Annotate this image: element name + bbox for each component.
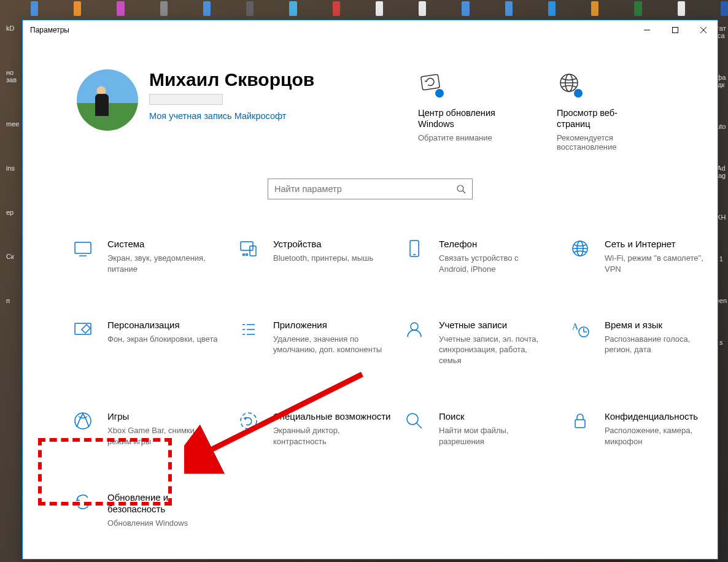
time-language-icon: A — [569, 318, 591, 341]
svg-point-14 — [243, 254, 245, 256]
privacy-icon — [569, 410, 591, 432]
devices-icon — [238, 237, 260, 260]
tile-devices[interactable]: УстройстваBluetooth, принтеры, мышь — [238, 237, 391, 274]
tile-desc: Bluetooth, принтеры, мышь — [273, 253, 373, 264]
settings-grid: СистемаЭкран, звук, уведомления, питание… — [23, 199, 718, 547]
tile-title: Специальные возможности — [273, 411, 391, 423]
ms-account-link[interactable]: Моя учетная запись Майкрософт — [149, 111, 314, 121]
tile-title: Время и язык — [605, 320, 715, 331]
svg-rect-10 — [75, 242, 91, 253]
tile-desc: Фон, экран блокировки, цвета — [107, 334, 217, 345]
accounts-icon — [403, 318, 425, 341]
tile-desc: Удаление, значения по умолчанию, доп. ко… — [273, 334, 384, 355]
search-icon — [456, 184, 466, 194]
svg-text:A: A — [572, 322, 579, 331]
user-avatar[interactable] — [77, 69, 138, 131]
header-card-update[interactable]: Центр обновления Windows Обратите вниман… — [418, 72, 510, 152]
tile-title: Учетные записи — [439, 320, 549, 331]
tile-title: Телефон — [439, 239, 549, 250]
tile-accounts[interactable]: Учетные записиУчетные записи, эл. почта,… — [403, 318, 557, 366]
tile-title: Система — [107, 239, 218, 250]
titlebar: Параметры — [23, 20, 718, 40]
desktop-top-icons — [0, 1, 728, 18]
desktop-left-icons: kD но зав mee ins ep Ск п — [6, 25, 19, 304]
header-cards: Центр обновления Windows Обратите вниман… — [418, 69, 688, 152]
window-controls — [633, 20, 718, 40]
tile-search[interactable]: ПоискНайти мои файлы, разрешения — [403, 410, 557, 447]
search-tile-icon — [403, 410, 425, 432]
header-card-browsing[interactable]: Просмотр веб-страниц Рекомендуется восст… — [557, 72, 649, 152]
tile-desc: Распознавание голоса, регион, дата — [605, 334, 715, 355]
tile-desc: Связать устройство с Android, iPhone — [439, 253, 549, 274]
settings-window: Параметры Михаил Скворцов Моя учетная за… — [22, 20, 718, 560]
tile-privacy[interactable]: КонфиденциальностьРасположение, камера, … — [569, 410, 722, 447]
tile-system[interactable]: СистемаЭкран, звук, уведомления, питание — [72, 237, 225, 274]
update-security-icon — [72, 491, 94, 513]
accessibility-icon — [238, 410, 260, 432]
user-name: Михаил Скворцов — [149, 69, 314, 90]
gaming-icon — [72, 410, 94, 432]
tile-title: Конфиденциальность — [605, 411, 715, 423]
svg-rect-1 — [673, 28, 678, 33]
tile-phone[interactable]: ТелефонСвязать устройство с Android, iPh… — [403, 237, 557, 274]
tile-title: Сеть и Интернет — [605, 239, 715, 250]
tile-gaming[interactable]: ИгрыXbox Game Bar, снимки, режим игры — [72, 410, 225, 447]
svg-point-35 — [407, 414, 418, 425]
header-card-title: Просмотр веб-страниц — [557, 107, 649, 129]
svg-point-34 — [241, 413, 257, 429]
header-card-sub: Обратите внимание — [418, 133, 510, 142]
header-card-sub: Рекомендуется восстановление — [557, 133, 649, 152]
tile-title: Поиск — [439, 411, 549, 423]
network-icon — [569, 237, 591, 260]
window-title: Параметры — [30, 26, 69, 34]
personalization-icon — [72, 318, 94, 341]
tile-desc: Экранный диктор, контрастность — [273, 425, 384, 447]
tile-title: Персонализация — [107, 320, 217, 331]
search-input[interactable] — [274, 184, 456, 194]
svg-point-28 — [411, 323, 418, 330]
tile-network[interactable]: Сеть и ИнтернетWi-Fi, режим "в самолете"… — [569, 237, 722, 274]
tile-personalization[interactable]: ПерсонализацияФон, экран блокировки, цве… — [72, 318, 225, 366]
tile-time-language[interactable]: A Время и языкРаспознавание голоса, реги… — [569, 318, 722, 366]
maximize-button[interactable] — [661, 20, 689, 40]
system-icon — [72, 237, 94, 260]
header-card-title: Центр обновления Windows — [418, 107, 510, 129]
tile-desc: Xbox Game Bar, снимки, режим игры — [107, 425, 218, 447]
tile-title: Устройства — [273, 239, 373, 250]
svg-rect-4 — [421, 74, 440, 90]
minimize-button[interactable] — [633, 20, 661, 40]
tile-desc: Учетные записи, эл. почта, синхронизация… — [439, 334, 549, 366]
phone-icon — [403, 237, 425, 260]
close-button[interactable] — [689, 20, 718, 40]
update-icon — [418, 72, 443, 96]
globe-icon — [557, 72, 581, 96]
search-wrap — [23, 179, 718, 199]
header-area: Михаил Скворцов Моя учетная запись Майкр… — [23, 40, 718, 152]
apps-icon — [238, 318, 260, 341]
tile-desc: Wi-Fi, режим "в самолете", VPN — [605, 253, 715, 274]
svg-rect-37 — [575, 420, 585, 428]
tile-title: Приложения — [273, 320, 384, 331]
tile-desc: Найти мои файлы, разрешения — [439, 425, 549, 447]
tile-desc: Обновления Windows — [107, 518, 218, 529]
tile-title: Игры — [107, 411, 218, 423]
svg-point-15 — [246, 254, 248, 256]
svg-line-36 — [417, 423, 422, 428]
svg-point-8 — [457, 185, 463, 191]
tile-desc: Экран, звук, уведомления, питание — [107, 253, 218, 274]
user-block: Михаил Скворцов Моя учетная запись Майкр… — [149, 69, 314, 121]
search-box[interactable] — [268, 179, 473, 199]
tile-apps[interactable]: ПриложенияУдаление, значения по умолчани… — [238, 318, 391, 366]
tile-update-security[interactable]: Обновление и безопасностьОбновления Wind… — [72, 491, 225, 528]
tile-accessibility[interactable]: Специальные возможностиЭкранный диктор, … — [238, 410, 391, 447]
svg-line-9 — [463, 191, 465, 193]
user-email-redacted — [149, 94, 223, 105]
tile-title: Обновление и безопасность — [107, 492, 225, 515]
svg-rect-16 — [410, 241, 419, 256]
tile-desc: Расположение, камера, микрофон — [605, 425, 715, 447]
